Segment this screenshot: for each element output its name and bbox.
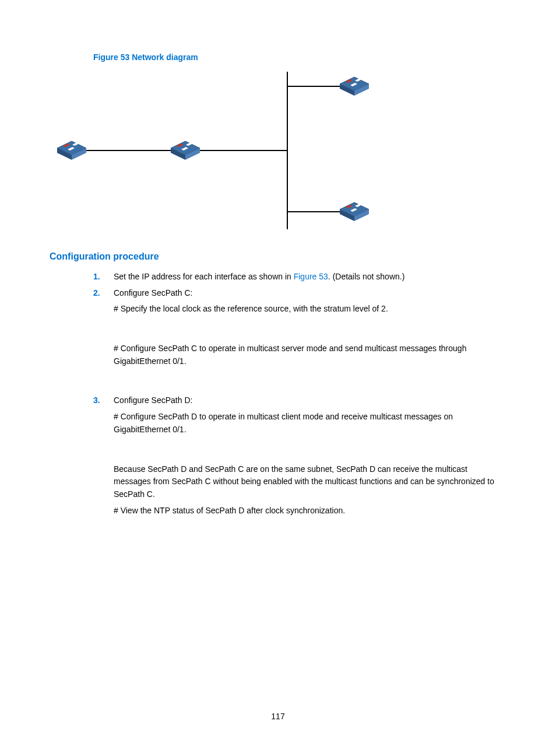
figure-link[interactable]: Figure 53 [294,272,328,281]
step-1: 1. Set the IP address for each interface… [93,271,506,284]
step-marker: 3. [93,394,100,407]
step-text: Set the IP address for each interface as… [114,272,404,281]
page: Figure 53 Network diagram [0,0,556,756]
step-3: 3. Configure SecPath D: # Configure SecP… [93,394,506,517]
step-block: # Configure SecPath D to operate in mult… [114,411,506,436]
text-suffix: . (Details not shown.) [328,272,405,281]
step-title: Configure SecPath C: [114,288,192,298]
step-marker: 2. [93,287,100,300]
section-heading: Configuration procedure [50,251,506,262]
text-prefix: Set the IP address for each interface as… [114,272,294,281]
step-block: # View the NTP status of SecPath D after… [114,505,506,517]
step-block: Because SecPath D and SecPath C are on t… [114,463,506,501]
step-title: Configure SecPath D: [114,396,192,405]
figure-caption: Figure 53 Network diagram [93,52,506,62]
page-number: 117 [0,712,556,721]
spacer [114,436,506,460]
step-2: 2. Configure SecPath C: # Specify the lo… [93,287,506,391]
procedure-list: 1. Set the IP address for each interface… [50,271,506,517]
step-marker: 1. [93,271,100,284]
spacer [114,368,506,391]
network-diagram [54,69,506,234]
step-block: # Configure SecPath C to operate in mult… [114,342,506,368]
step-block: # Specify the local clock as the referen… [114,303,506,316]
spacer [114,316,506,339]
